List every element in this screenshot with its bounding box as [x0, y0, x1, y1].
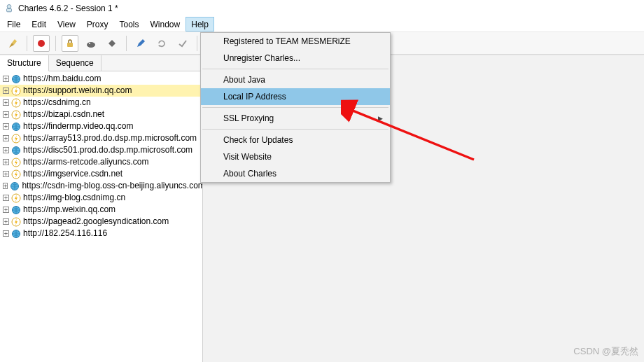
svg-point-5 — [89, 43, 90, 44]
broom-button[interactable] — [4, 35, 21, 52]
window-title: Charles 4.6.2 - Session 1 * — [18, 4, 118, 13]
menu-item-local-ip-address[interactable]: Local IP Address — [201, 88, 390, 105]
svg-point-2 — [38, 40, 45, 47]
bolt-icon — [11, 110, 21, 120]
expand-icon[interactable]: + — [3, 135, 9, 141]
compose-button[interactable] — [132, 35, 149, 52]
globe-icon — [11, 205, 21, 215]
menu-item-unregister-charles[interactable]: Unregister Charles... — [201, 50, 390, 67]
bolt-icon — [11, 158, 21, 167]
expand-icon[interactable]: + — [3, 123, 9, 130]
menu-item-window[interactable]: Window — [145, 17, 186, 32]
breakpoint-button[interactable] — [104, 35, 120, 52]
menu-item-ssl-proxying[interactable]: SSL Proxying▶ — [201, 110, 390, 127]
tree-label: https://disc501.prod.do.dsp.mp.microsoft… — [23, 144, 192, 156]
menubar: FileEditViewProxyToolsWindowHelp — [0, 17, 644, 32]
expand-icon[interactable]: + — [3, 183, 8, 189]
expand-icon[interactable]: + — [3, 88, 9, 94]
expand-icon[interactable]: + — [3, 76, 9, 82]
app-icon — [4, 4, 14, 13]
bolt-icon — [11, 217, 21, 227]
separator — [197, 36, 197, 51]
bolt-icon — [11, 98, 21, 108]
menu-separator — [202, 69, 388, 69]
tree-label: https://mp.weixin.qq.com — [23, 204, 115, 216]
menu-item-edit[interactable]: Edit — [26, 17, 52, 32]
menu-item-file[interactable]: File — [1, 17, 26, 32]
svg-point-4 — [87, 42, 95, 48]
tree-row[interactable]: +https://imgservice.csdn.net — [0, 168, 202, 180]
tabs: StructureSequence — [0, 55, 202, 71]
tab-structure[interactable]: Structure — [0, 55, 49, 71]
bolt-icon — [11, 134, 21, 144]
tree-row[interactable]: +https://support.weixin.qq.com — [0, 85, 202, 97]
menu-item-help[interactable]: Help — [186, 17, 214, 32]
validate-button[interactable] — [174, 35, 191, 52]
tree-row[interactable]: +http://182.254.116.116 — [0, 228, 202, 239]
menu-item-visit-website[interactable]: Visit Website — [201, 148, 390, 165]
tree-row[interactable]: +https://arms-retcode.aliyuncs.com — [0, 156, 202, 168]
watermark: CSDN @夏秃然 — [573, 345, 638, 358]
help-menu-dropdown: Registered to TEAM MESMERiZEUnregister C… — [200, 32, 391, 183]
expand-icon[interactable]: + — [3, 171, 9, 177]
tree-label: https://csdn-img-blog.oss-cn-beijing.ali… — [22, 180, 202, 192]
tree-row[interactable]: +https://bizapi.csdn.net — [0, 109, 202, 120]
tree-row[interactable]: +https://array513.prod.do.dsp.mp.microso… — [0, 132, 202, 144]
bolt-icon — [11, 193, 21, 203]
throttle-button[interactable] — [83, 35, 99, 52]
menu-item-tools[interactable]: Tools — [114, 17, 145, 32]
menu-item-about-java[interactable]: About Java — [201, 71, 390, 88]
tree-row[interactable]: +https://mp.weixin.qq.com — [0, 204, 202, 216]
expand-icon[interactable]: + — [3, 159, 9, 165]
expand-icon[interactable]: + — [3, 230, 9, 237]
svg-rect-3 — [67, 43, 73, 47]
left-panel: StructureSequence +https://hm.baidu.com+… — [0, 55, 203, 362]
separator — [55, 36, 56, 51]
tree-row[interactable]: +https://findermp.video.qq.com — [0, 120, 202, 132]
chevron-right-icon: ▶ — [378, 115, 383, 122]
record-button[interactable] — [33, 35, 50, 52]
globe-icon — [11, 229, 21, 239]
menu-item-registered-to-team-mesmerize[interactable]: Registered to TEAM MESMERiZE — [201, 33, 390, 50]
bolt-icon — [11, 169, 21, 179]
tree-row[interactable]: +https://img-blog.csdnimg.cn — [0, 192, 202, 204]
expand-icon[interactable]: + — [3, 111, 9, 118]
svg-point-0 — [7, 5, 11, 9]
tree-label: https://arms-retcode.aliyuncs.com — [23, 156, 148, 168]
expand-icon[interactable]: + — [3, 195, 9, 201]
tree-label: https://pagead2.googlesyndication.com — [23, 216, 169, 228]
tree-row[interactable]: +https://hm.baidu.com — [0, 73, 202, 85]
bolt-icon — [11, 86, 21, 96]
tree-label: https://csdnimg.cn — [23, 97, 91, 109]
menu-item-about-charles[interactable]: About Charles — [201, 165, 390, 182]
expand-icon[interactable]: + — [3, 218, 9, 225]
globe-icon — [11, 146, 21, 155]
menu-item-proxy[interactable]: Proxy — [81, 17, 114, 32]
menu-separator — [202, 107, 388, 108]
expand-icon[interactable]: + — [3, 99, 9, 106]
repeat-button[interactable] — [153, 35, 170, 52]
structure-tree[interactable]: +https://hm.baidu.com+https://support.we… — [0, 71, 202, 362]
tree-label: https://imgservice.csdn.net — [23, 168, 122, 180]
tree-label: https://hm.baidu.com — [23, 73, 101, 85]
tree-row[interactable]: +https://csdnimg.cn — [0, 97, 202, 109]
separator — [126, 36, 127, 51]
tree-label: https://findermp.video.qq.com — [23, 120, 133, 132]
svg-marker-6 — [108, 40, 115, 47]
tab-sequence[interactable]: Sequence — [49, 55, 102, 71]
globe-icon — [11, 122, 21, 132]
globe-icon — [11, 74, 21, 84]
tree-row[interactable]: +https://disc501.prod.do.dsp.mp.microsof… — [0, 144, 202, 156]
expand-icon[interactable]: + — [3, 147, 9, 153]
ssl-lock-button[interactable] — [62, 35, 78, 52]
menu-item-view[interactable]: View — [52, 17, 81, 32]
menu-item-check-for-updates[interactable]: Check for Updates — [201, 132, 390, 148]
svg-rect-1 — [7, 8, 12, 11]
tree-label: http://182.254.116.116 — [23, 228, 107, 239]
tree-row[interactable]: +https://csdn-img-blog.oss-cn-beijing.al… — [0, 180, 202, 192]
expand-icon[interactable]: + — [3, 207, 9, 213]
separator — [27, 36, 27, 51]
globe-icon — [10, 181, 20, 191]
menu-separator — [202, 129, 388, 130]
tree-row[interactable]: +https://pagead2.googlesyndication.com — [0, 216, 202, 228]
